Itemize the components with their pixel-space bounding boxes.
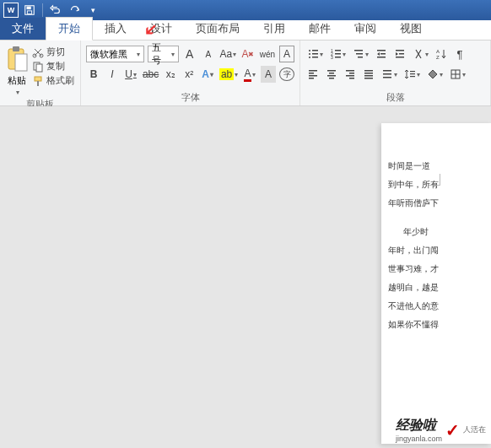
redo-icon[interactable] — [67, 3, 82, 18]
doc-text-selected[interactable]: 越明白，越是 — [388, 283, 439, 292]
group-font: 微软雅黑▾ 五号▾ A A Aa▾ A✖ wén A B I U▾ abc x₂… — [81, 40, 300, 105]
tab-layout[interactable]: 页面布局 — [184, 18, 251, 40]
svg-point-16 — [309, 57, 310, 58]
watermark-url: jingyanla.com — [396, 435, 442, 443]
shading-button[interactable]: ▾ — [425, 66, 445, 83]
svg-rect-13 — [312, 50, 318, 51]
strike-button[interactable]: abc — [142, 66, 159, 83]
svg-rect-49 — [364, 75, 373, 77]
borders-button[interactable]: ▾ — [448, 66, 467, 83]
watermark-brand: 经验啦 — [396, 417, 442, 435]
distribute-button[interactable]: ▾ — [380, 66, 399, 83]
subscript-button[interactable]: x₂ — [163, 66, 178, 83]
doc-text-selected[interactable]: 年时，出门闯 — [388, 246, 439, 255]
doc-text-selected[interactable]: 年少时 — [403, 227, 429, 236]
svg-rect-36 — [309, 73, 314, 74]
document-page[interactable]: 时间是一道 到中年，所有 年听雨僧庐下 年少时 年时，出门闯 世事习难，才 越明… — [381, 123, 491, 444]
font-color-button[interactable]: A▾ — [242, 66, 257, 83]
underline-button[interactable]: U▾ — [123, 66, 138, 83]
doc-text[interactable]: 如果你不懂得 — [388, 316, 486, 334]
svg-rect-43 — [346, 70, 354, 72]
font-name-select[interactable]: 微软雅黑▾ — [86, 46, 144, 62]
doc-text[interactable]: 不进他人的意 — [388, 297, 486, 316]
svg-point-14 — [309, 53, 310, 55]
justify-button[interactable] — [361, 66, 376, 83]
highlight-button[interactable]: ab▾ — [219, 66, 239, 83]
cut-button[interactable]: 剪切 — [32, 46, 74, 58]
undo-icon[interactable] — [48, 3, 63, 18]
save-icon[interactable] — [22, 3, 37, 18]
tab-view[interactable]: 视图 — [388, 18, 434, 40]
clear-format-button[interactable]: A✖ — [240, 46, 256, 62]
svg-rect-4 — [13, 46, 19, 51]
tab-mailings[interactable]: 邮件 — [297, 18, 343, 40]
svg-rect-45 — [346, 75, 354, 77]
svg-rect-50 — [364, 78, 373, 79]
shrink-font-button[interactable]: A — [201, 46, 216, 62]
svg-rect-51 — [383, 70, 391, 72]
paste-icon[interactable] — [5, 46, 29, 73]
svg-rect-44 — [349, 73, 354, 74]
superscript-button[interactable]: x² — [181, 66, 197, 83]
bullets-button[interactable]: ▾ — [305, 46, 325, 62]
format-painter-button[interactable]: 格式刷 — [32, 74, 74, 87]
decrease-indent-button[interactable] — [374, 46, 389, 62]
show-marks-button[interactable]: ¶ — [452, 46, 467, 62]
svg-rect-42 — [329, 78, 334, 79]
svg-rect-17 — [312, 57, 318, 58]
line-spacing-button[interactable]: ▾ — [402, 66, 422, 83]
asian-layout-button[interactable]: ▾ — [411, 46, 430, 62]
increase-indent-button[interactable] — [392, 46, 407, 62]
svg-rect-55 — [410, 73, 415, 74]
word-app-icon: W — [3, 3, 19, 18]
enclosed-char-button[interactable]: 字 — [279, 67, 294, 81]
cut-label: 剪切 — [46, 46, 65, 58]
svg-rect-28 — [380, 53, 386, 55]
svg-rect-39 — [327, 70, 336, 72]
char-shading-button[interactable]: A — [261, 66, 276, 83]
tab-references[interactable]: 引用 — [251, 18, 297, 40]
italic-button[interactable]: I — [105, 66, 120, 83]
svg-rect-29 — [377, 57, 386, 58]
svg-rect-46 — [349, 78, 354, 79]
doc-text[interactable]: 年听雨僧庐下 — [388, 194, 486, 213]
svg-rect-40 — [329, 73, 334, 74]
svg-rect-56 — [410, 76, 415, 77]
pinyin-button[interactable]: wén — [259, 46, 276, 62]
doc-text-selected[interactable]: 世事习难，才 — [388, 264, 439, 273]
svg-rect-27 — [377, 50, 386, 51]
svg-rect-15 — [312, 53, 318, 55]
change-case-button[interactable]: Aa▾ — [219, 46, 237, 62]
qat-dropdown-icon[interactable]: ▾ — [85, 3, 100, 18]
sort-button[interactable]: AZ — [434, 46, 449, 62]
font-size-value: 五号 — [152, 41, 170, 67]
tab-file[interactable]: 文件 — [0, 18, 46, 40]
document-area[interactable]: 时间是一道 到中年，所有 年听雨僧庐下 年少时 年时，出门闯 世事习难，才 越明… — [0, 106, 491, 448]
bold-button[interactable]: B — [86, 66, 101, 83]
svg-rect-5 — [15, 54, 27, 71]
char-border-button[interactable]: A — [279, 46, 294, 62]
tab-insert[interactable]: 插入 — [93, 18, 138, 40]
numbering-button[interactable]: 123▾ — [328, 46, 348, 62]
copy-button[interactable]: 复制 — [32, 60, 74, 73]
svg-rect-11 — [37, 81, 39, 86]
paste-label[interactable]: 粘贴 — [8, 74, 26, 87]
multilevel-button[interactable]: ▾ — [351, 46, 370, 62]
tab-home[interactable]: 开始 — [46, 17, 93, 40]
svg-rect-1 — [27, 7, 31, 10]
align-center-button[interactable] — [324, 66, 339, 83]
align-right-button[interactable] — [343, 66, 358, 83]
checkmark-icon: ✓ — [445, 420, 460, 440]
grow-font-button[interactable]: A — [182, 46, 197, 62]
svg-rect-9 — [36, 64, 42, 72]
svg-rect-48 — [364, 73, 373, 74]
svg-rect-21 — [335, 53, 341, 55]
text-effect-button[interactable]: A▾ — [200, 66, 215, 83]
paste-dropdown-icon[interactable]: ▾ — [16, 89, 19, 96]
tab-review[interactable]: 审阅 — [343, 18, 388, 40]
font-size-select[interactable]: 五号▾ — [148, 46, 178, 62]
svg-rect-47 — [364, 70, 373, 72]
align-left-button[interactable] — [305, 66, 321, 83]
svg-point-12 — [309, 50, 310, 51]
doc-text[interactable]: 时间是一道 — [388, 157, 486, 175]
